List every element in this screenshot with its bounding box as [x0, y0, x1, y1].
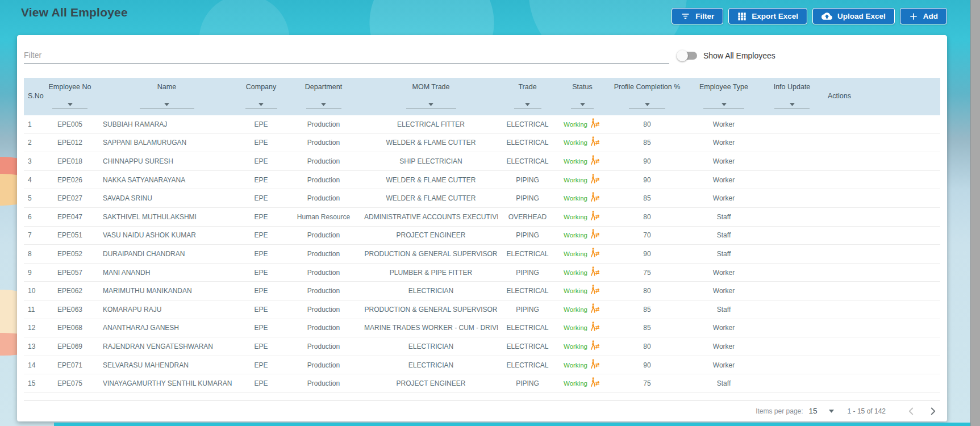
cell-mom_trade: ELECTRICAL FITTER — [364, 120, 498, 128]
cell-type: Staff — [687, 250, 761, 258]
table-row: 9EPE057MANI ANANDHEPEProductionPLUMBER &… — [24, 264, 940, 282]
cell-trade: PIPING — [498, 379, 557, 387]
table-row: 15EPE075VINAYAGAMURTHY SENTHIL KUMARANEP… — [24, 374, 940, 393]
cell-mom_trade: ELECTRICIAN — [364, 343, 498, 350]
cell-mom_trade: PROJECT ENGINEER — [364, 231, 498, 239]
column-label-sno: S.No — [25, 92, 44, 100]
previous-page-button[interactable] — [905, 405, 918, 417]
column-header-trade: Trade — [498, 78, 557, 115]
cell-emp_no: EPE063 — [45, 306, 94, 314]
walking-person-icon — [588, 136, 600, 147]
caret-down-icon — [645, 103, 650, 106]
cell-department: Production — [283, 324, 364, 332]
show-all-employees-toggle[interactable] — [677, 52, 697, 60]
cell-sno: 11 — [24, 306, 45, 314]
walking-person-icon — [588, 191, 600, 203]
column-filter-company[interactable] — [245, 103, 277, 108]
export-excel-button[interactable]: Export Excel — [728, 8, 807, 24]
cell-sno: 10 — [24, 287, 45, 295]
caret-down-icon[interactable] — [829, 410, 834, 413]
column-filter-mom_trade[interactable] — [406, 103, 456, 108]
employee-table-card: Filter Show All Employees S.NoEmployee N… — [17, 35, 947, 421]
cell-department: Production — [283, 231, 364, 239]
next-page-button[interactable] — [927, 405, 939, 417]
column-filter-profile[interactable] — [629, 103, 665, 108]
column-filter-type[interactable] — [703, 103, 744, 108]
table-row: 3EPE018CHINNAPPU SURESHEPEProductionSHIP… — [24, 152, 940, 171]
table-gap — [24, 393, 940, 400]
cell-mom_trade: PLUMBER & PIPE FITTER — [364, 269, 498, 277]
column-filter-name[interactable] — [140, 103, 194, 108]
cell-profile: 75 — [607, 379, 687, 387]
filter-icon — [681, 11, 690, 21]
walking-person-icon — [588, 284, 600, 295]
filter-input[interactable]: Filter — [24, 50, 669, 64]
cell-type: Worker — [687, 194, 761, 202]
table-row: 12EPE068ANANTHARAJ GANESHEPEProductionMA… — [24, 319, 940, 338]
cell-department: Production — [283, 194, 364, 202]
walking-person-icon — [588, 321, 600, 332]
cell-trade: PIPING — [498, 231, 557, 239]
cell-trade: ELECTRICAL — [498, 361, 557, 369]
filter-button[interactable]: Filter — [672, 8, 723, 24]
cell-company: EPE — [239, 306, 283, 314]
column-label-department: Department — [284, 83, 363, 91]
column-filter-info[interactable] — [774, 103, 810, 108]
cell-emp_no: EPE026 — [45, 176, 94, 184]
cell-emp_no: EPE057 — [45, 269, 94, 277]
column-label-trade: Trade — [499, 83, 556, 91]
status-working-label: Working — [564, 343, 587, 350]
cell-profile: 85 — [607, 139, 687, 147]
cell-status: Working — [557, 157, 607, 166]
cell-emp_no: EPE047 — [45, 213, 94, 221]
column-header-actions: Actions — [823, 78, 940, 115]
items-per-page-value[interactable]: 15 — [809, 407, 818, 415]
show-all-toggle-wrap: Show All Employees — [677, 51, 775, 60]
cell-emp_no: EPE012 — [45, 139, 94, 147]
cell-emp_no: EPE052 — [45, 250, 94, 258]
filter-input-placeholder: Filter — [24, 51, 41, 60]
cell-type: Staff — [687, 379, 761, 387]
cell-mom_trade: ADMINISTRATIVE ACCOUNTS EXECUTIVE — [364, 213, 498, 221]
cell-name: VINAYAGAMURTHY SENTHIL KUMARAN — [94, 379, 239, 387]
cell-company: EPE — [239, 250, 283, 258]
cell-profile: 70 — [607, 231, 687, 239]
status-working-label: Working — [564, 380, 587, 387]
export-excel-button-label: Export Excel — [752, 12, 798, 20]
status-working-label: Working — [564, 177, 587, 183]
cell-status: Working — [557, 212, 607, 222]
walking-person-icon — [588, 340, 600, 351]
column-filter-department[interactable] — [306, 103, 341, 108]
upload-excel-button[interactable]: Upload Excel — [812, 8, 895, 24]
cell-department: Production — [283, 120, 364, 128]
cell-name: SELVARASU MAHENDRAN — [94, 361, 239, 369]
cell-status: Working — [557, 120, 607, 129]
table-row: 10EPE062MARIMUTHU MANIKANDANEPEProductio… — [24, 282, 940, 300]
column-filter-trade[interactable] — [514, 103, 541, 108]
cell-sno: 6 — [24, 213, 45, 221]
cell-status: Working — [557, 176, 607, 185]
cell-type: Worker — [687, 139, 761, 147]
cell-emp_no: EPE069 — [45, 343, 94, 350]
status-working-label: Working — [564, 121, 587, 128]
caret-down-icon — [525, 103, 530, 106]
add-button[interactable]: Add — [900, 8, 947, 24]
cell-sno: 7 — [24, 231, 45, 239]
cell-name: MANI ANANDH — [94, 269, 239, 277]
column-filter-status[interactable] — [571, 103, 594, 108]
status-working-label: Working — [564, 324, 587, 331]
cell-mom_trade: WELDER & FLAME CUTTER — [364, 139, 498, 147]
cell-profile: 75 — [607, 269, 687, 277]
walking-person-icon — [588, 173, 600, 185]
cell-name: RAJENDRAN VENGATESHWARAN — [94, 343, 239, 350]
cell-type: Worker — [687, 157, 761, 165]
column-header-mom_trade: MOM Trade — [364, 78, 498, 115]
cell-department: Production — [283, 250, 364, 258]
cell-profile: 90 — [607, 176, 687, 184]
column-header-name: Name — [94, 78, 239, 115]
column-filter-emp_no[interactable] — [52, 103, 87, 108]
cell-department: Production — [283, 157, 364, 165]
status-working-label: Working — [564, 269, 587, 276]
cell-type: Staff — [687, 213, 761, 221]
page-scrollbar[interactable] — [970, 0, 980, 426]
